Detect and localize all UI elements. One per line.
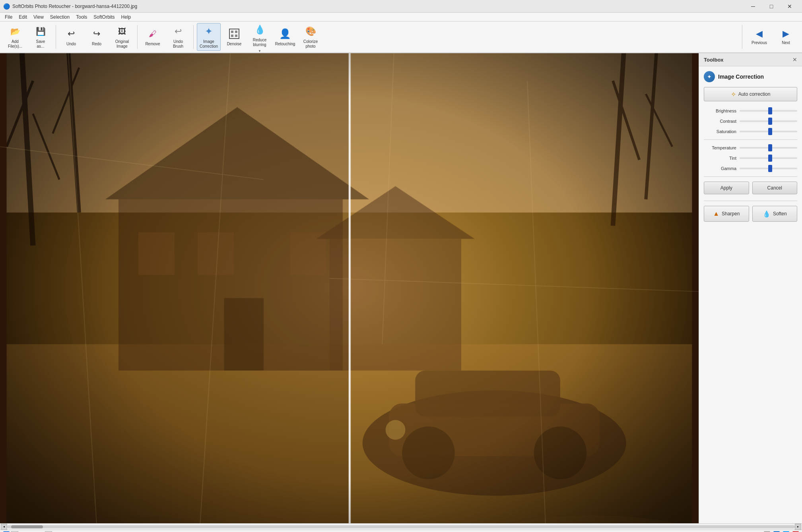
add-files-icon: 📂 bbox=[9, 25, 21, 38]
minimize-button[interactable]: ─ bbox=[744, 0, 762, 13]
gamma-row: Gamma bbox=[704, 165, 797, 172]
menu-file[interactable]: File bbox=[2, 14, 16, 21]
image-correction-icon: ✦ bbox=[202, 25, 215, 38]
add-files-label: AddFile(s)... bbox=[8, 39, 22, 49]
image-correction-button[interactable]: ✦ ImageCorrection bbox=[197, 23, 221, 51]
previous-icon: ◀ bbox=[756, 29, 763, 39]
nav-separator bbox=[742, 25, 742, 49]
sharpen-soften-row: ▲ Sharpen 💧 Soften bbox=[704, 206, 797, 222]
svg-rect-0 bbox=[229, 29, 239, 39]
reduce-blurring-dropdown-arrow[interactable]: ▼ bbox=[258, 49, 261, 53]
gamma-slider-container bbox=[740, 165, 797, 172]
sharpen-button[interactable]: ▲ Sharpen bbox=[704, 206, 749, 222]
main-content: Toolbox ✕ ✦ Image Correction ✧ Auto corr… bbox=[0, 53, 802, 523]
redo-button[interactable]: ↪ Redo bbox=[85, 23, 109, 51]
menu-softorbits[interactable]: SoftOrbits bbox=[90, 14, 118, 21]
section-title: Image Correction bbox=[718, 74, 764, 80]
gamma-label: Gamma bbox=[704, 166, 740, 171]
add-files-button[interactable]: 📂 AddFile(s)... bbox=[3, 23, 27, 51]
temperature-label: Temperature bbox=[704, 145, 740, 150]
menu-edit[interactable]: Edit bbox=[16, 14, 30, 21]
tint-track bbox=[740, 157, 797, 159]
status-bar: 🖥 − ▬▬▬▬▬ + 1:1 Time (s): 0.2 JPG (3500x… bbox=[0, 530, 802, 532]
next-label: Next bbox=[782, 41, 790, 45]
app-icon: 🔵 bbox=[3, 3, 10, 10]
auto-correction-label: Auto correction bbox=[738, 91, 771, 97]
toolbar-separator-1 bbox=[56, 25, 56, 49]
soften-icon: 💧 bbox=[763, 210, 771, 218]
photo-svg bbox=[0, 53, 699, 523]
reduce-blurring-button[interactable]: 💧 Reduceblurring bbox=[248, 21, 272, 49]
undo-brush-button[interactable]: ↩ UndoBrush bbox=[166, 23, 190, 51]
temperature-handle[interactable] bbox=[768, 144, 772, 151]
temperature-track bbox=[740, 147, 797, 149]
undo-button[interactable]: ↩ Undo bbox=[59, 23, 83, 51]
sharpen-divider bbox=[704, 201, 797, 201]
sharpen-icon: ▲ bbox=[713, 210, 719, 217]
scrollbar-thumb[interactable] bbox=[11, 525, 43, 528]
redo-label: Redo bbox=[92, 42, 101, 46]
undo-icon: ↩ bbox=[65, 27, 78, 40]
save-as-button[interactable]: 💾 Saveas... bbox=[29, 23, 52, 51]
colorize-photo-label: Colorizephoto bbox=[303, 39, 318, 49]
contrast-handle[interactable] bbox=[768, 118, 772, 125]
soften-button[interactable]: 💧 Soften bbox=[752, 206, 798, 222]
previous-button[interactable]: ◀ Previous bbox=[746, 23, 772, 51]
original-image-icon: 🖼 bbox=[116, 25, 128, 38]
remove-button[interactable]: 🖌 Remove bbox=[141, 23, 165, 51]
save-as-label: Saveas... bbox=[36, 39, 45, 49]
original-image-button[interactable]: 🖼 OriginalImage bbox=[110, 23, 134, 51]
denoise-label: Denoise bbox=[227, 42, 242, 46]
sharpen-label: Sharpen bbox=[722, 211, 740, 217]
auto-correction-button[interactable]: ✧ Auto correction bbox=[704, 87, 797, 101]
wand-icon: ✧ bbox=[731, 91, 736, 98]
undo-label: Undo bbox=[66, 42, 76, 46]
brightness-handle[interactable] bbox=[768, 107, 772, 114]
menu-help[interactable]: Help bbox=[118, 14, 134, 21]
reduce-blurring-icon: 💧 bbox=[253, 23, 266, 36]
section-header: ✦ Image Correction bbox=[704, 71, 797, 82]
next-button[interactable]: ▶ Next bbox=[773, 23, 799, 51]
svg-rect-4 bbox=[235, 35, 237, 37]
saturation-label: Saturation bbox=[704, 129, 740, 134]
menu-selection[interactable]: Selection bbox=[47, 14, 73, 21]
horizontal-scrollbar[interactable]: ◂ ▸ bbox=[0, 523, 802, 530]
toolbox-close-button[interactable]: ✕ bbox=[792, 56, 797, 63]
close-button[interactable]: ✕ bbox=[781, 0, 799, 13]
menu-bar: File Edit View Selection Tools SoftOrbit… bbox=[0, 13, 802, 21]
denoise-icon bbox=[228, 27, 241, 40]
retouching-label: Retouching bbox=[275, 42, 295, 46]
svg-rect-36 bbox=[0, 53, 699, 523]
image-area[interactable] bbox=[0, 53, 699, 523]
next-icon: ▶ bbox=[783, 29, 789, 39]
nav-section: ◀ Previous ▶ Next bbox=[739, 23, 799, 51]
tint-handle[interactable] bbox=[768, 155, 772, 162]
scroll-right-arrow[interactable]: ▸ bbox=[795, 524, 801, 530]
save-as-icon: 💾 bbox=[34, 25, 47, 38]
saturation-slider-container bbox=[740, 128, 797, 135]
saturation-handle[interactable] bbox=[768, 128, 772, 135]
colorize-photo-button[interactable]: 🎨 Colorizephoto bbox=[299, 23, 322, 51]
title-bar-controls: ─ □ ✕ bbox=[744, 0, 799, 13]
image-correction-label: ImageCorrection bbox=[200, 39, 218, 49]
cancel-button[interactable]: Cancel bbox=[752, 182, 798, 194]
brightness-track bbox=[740, 110, 797, 112]
denoise-button[interactable]: Denoise bbox=[222, 23, 246, 51]
remove-label: Remove bbox=[145, 42, 160, 46]
scrollbar-track[interactable] bbox=[7, 525, 795, 528]
colorize-photo-icon: 🎨 bbox=[304, 25, 317, 38]
menu-tools[interactable]: Tools bbox=[73, 14, 90, 21]
image-canvas bbox=[0, 53, 699, 523]
contrast-slider-container bbox=[740, 118, 797, 124]
apply-button[interactable]: Apply bbox=[704, 182, 749, 194]
app-title: SoftOrbits Photo Retoucher - borgward-ha… bbox=[12, 4, 137, 9]
retouching-button[interactable]: 👤 Retouching bbox=[273, 23, 297, 51]
gamma-handle[interactable] bbox=[768, 165, 772, 172]
saturation-row: Saturation bbox=[704, 128, 797, 135]
reduce-blurring-label: Reduceblurring bbox=[253, 38, 266, 47]
menu-view[interactable]: View bbox=[30, 14, 47, 21]
scroll-left-arrow[interactable]: ◂ bbox=[1, 524, 7, 530]
maximize-button[interactable]: □ bbox=[762, 0, 781, 13]
reduce-blurring-group: 💧 Reduceblurring ▼ bbox=[248, 21, 272, 53]
toolbar-separator-2 bbox=[137, 25, 138, 49]
